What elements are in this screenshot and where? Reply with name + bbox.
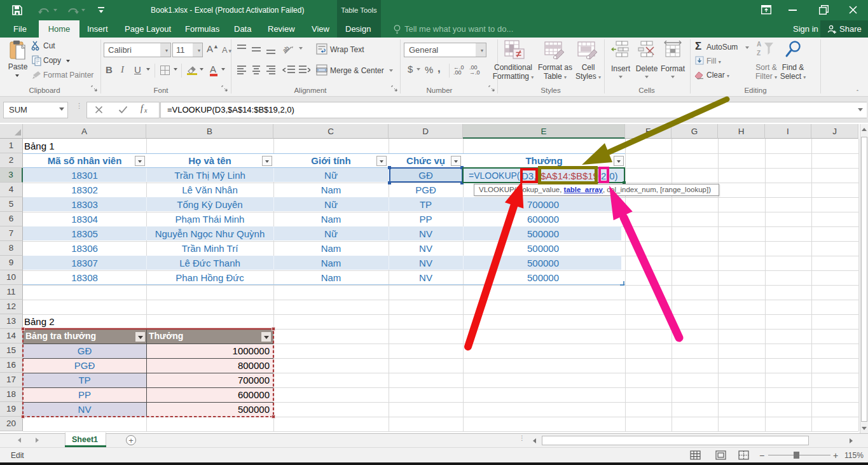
svg-text:Z: Z	[757, 50, 761, 57]
svg-text:A: A	[757, 41, 761, 48]
svg-text:ab: ab	[282, 45, 290, 53]
